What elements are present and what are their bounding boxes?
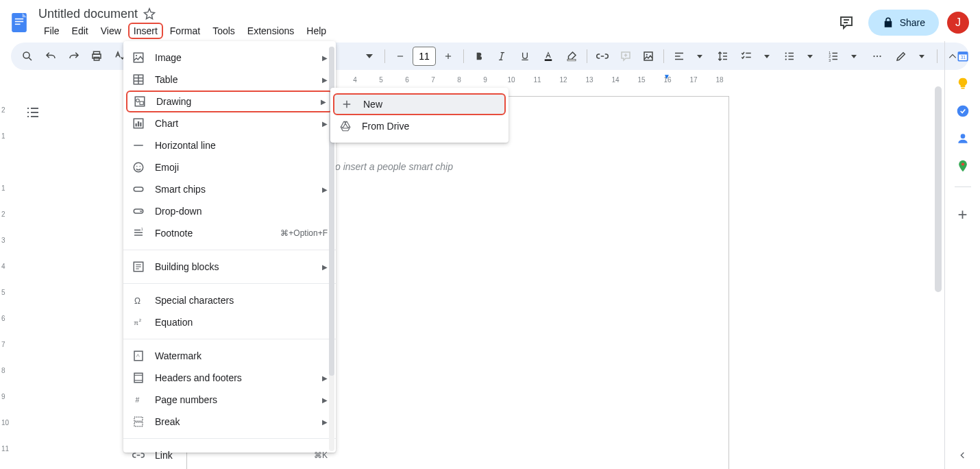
svg-point-58 <box>134 163 143 172</box>
line-spacing-icon[interactable] <box>712 45 734 67</box>
menu-item-chart[interactable]: Chart ▶ <box>123 112 336 134</box>
menu-item-pagenumbers[interactable]: # Page numbers ▶ <box>123 389 336 411</box>
menu-extensions[interactable]: Extensions <box>242 23 299 39</box>
insert-image-icon[interactable] <box>637 45 659 67</box>
hline-icon <box>132 139 145 152</box>
align-icon[interactable] <box>668 45 690 67</box>
equation-icon: π2 <box>132 315 145 329</box>
menu-item-dropdown[interactable]: Drop-down <box>123 200 336 222</box>
menu-item-equation[interactable]: π2 Equation <box>123 311 336 333</box>
undo-icon[interactable] <box>40 45 62 67</box>
menu-item-watermark[interactable]: Watermark <box>123 345 336 367</box>
italic-icon[interactable] <box>491 45 513 67</box>
contacts-icon[interactable] <box>956 132 970 145</box>
underline-icon[interactable] <box>514 45 536 67</box>
increase-font-icon[interactable] <box>437 45 459 67</box>
ruler-marker-icon[interactable]: ▼ <box>663 73 670 80</box>
share-label: Share <box>900 17 925 28</box>
menu-divider <box>123 283 336 284</box>
menu-edit[interactable]: Edit <box>66 23 94 39</box>
search-icon[interactable] <box>16 45 38 67</box>
add-addon-icon[interactable]: + <box>949 201 977 228</box>
text-color-icon[interactable] <box>537 45 559 67</box>
menu-tools[interactable]: Tools <box>207 23 241 39</box>
menu-item-link[interactable]: Link ⌘K <box>123 444 336 466</box>
docs-logo[interactable] <box>5 9 33 36</box>
lock-icon <box>882 16 894 29</box>
svg-text:1: 1 <box>141 227 143 231</box>
menu-item-drawing[interactable]: Drawing ▶ <box>126 91 333 112</box>
menu-item-hline[interactable]: Horizontal line <box>123 134 336 156</box>
avatar[interactable]: J <box>947 12 969 34</box>
svg-text:2: 2 <box>139 318 142 322</box>
bullet-list-icon[interactable] <box>779 45 800 67</box>
link-icon <box>132 448 145 462</box>
vertical-scrollbar[interactable] <box>935 86 942 457</box>
font-size-input[interactable]: 11 <box>413 47 436 66</box>
menu-label: Link <box>155 450 304 461</box>
menu-item-emoji[interactable]: Emoji <box>123 156 336 178</box>
ruler-tick: 4 <box>353 76 357 84</box>
share-button[interactable]: Share <box>868 10 939 36</box>
link-icon[interactable] <box>591 45 613 67</box>
svg-point-59 <box>136 166 138 167</box>
menu-view[interactable]: View <box>95 23 127 39</box>
menu-file[interactable]: File <box>38 23 65 39</box>
keep-icon[interactable] <box>956 77 970 91</box>
drawing-submenu: New From Drive <box>330 88 509 143</box>
more-icon[interactable] <box>866 45 888 67</box>
align-dropdown-icon[interactable] <box>689 45 711 67</box>
menu-item-footnote[interactable]: 1 Footnote ⌘+Option+F <box>123 222 336 244</box>
menu-insert[interactable]: Insert <box>128 23 163 39</box>
menu-item-break[interactable]: Break ▶ <box>123 411 336 433</box>
ruler-tick: 7 <box>1 341 5 348</box>
checklist-icon[interactable] <box>735 45 757 67</box>
ruler-tick: 8 <box>457 76 461 84</box>
editing-mode-icon[interactable] <box>891 45 913 67</box>
redo-icon[interactable] <box>63 45 85 67</box>
bullet-dropdown-icon[interactable] <box>799 45 821 67</box>
doc-title[interactable]: Untitled document <box>38 7 138 21</box>
ruler-tick: 3 <box>1 237 5 244</box>
menu-format[interactable]: Format <box>164 23 206 39</box>
submenu-item-new[interactable]: New <box>333 93 506 115</box>
numbered-dropdown-icon[interactable] <box>843 45 865 67</box>
highlight-icon[interactable] <box>561 45 583 67</box>
ruler-tick: 5 <box>1 289 5 296</box>
star-icon[interactable] <box>143 8 156 20</box>
menu-item-smartchips[interactable]: Smart chips ▶ <box>123 178 336 200</box>
svg-rect-3 <box>15 24 21 25</box>
menu-label: Drop-down <box>155 206 328 217</box>
menu-item-blocks[interactable]: Building blocks ▶ <box>123 256 336 278</box>
comment-icon[interactable] <box>615 45 637 67</box>
menu-item-special[interactable]: Ω Special characters <box>123 289 336 311</box>
checklist-dropdown-icon[interactable] <box>756 45 778 67</box>
side-divider <box>955 187 971 187</box>
decrease-font-icon[interactable] <box>389 45 411 67</box>
menu-item-image[interactable]: Image ▶ <box>123 47 336 69</box>
menu-divider <box>123 250 336 250</box>
svg-point-89 <box>961 163 964 165</box>
numbered-list-icon[interactable]: 123 <box>822 45 844 67</box>
menu-item-headers[interactable]: Headers and footers ▶ <box>123 367 336 389</box>
maps-icon[interactable] <box>956 159 970 173</box>
scrollbar-thumb[interactable] <box>935 86 942 292</box>
tasks-icon[interactable] <box>956 104 970 118</box>
expand-side-icon[interactable] <box>957 450 968 461</box>
chevron-right-icon: ▶ <box>322 54 328 62</box>
ruler-tick: 12 <box>559 76 567 84</box>
ruler-tick: 7 <box>431 76 435 84</box>
comments-icon[interactable] <box>833 9 860 36</box>
chevron-right-icon: ▶ <box>322 418 328 426</box>
ruler-tick: 11 <box>1 445 9 453</box>
font-dropdown-icon[interactable] <box>358 45 380 67</box>
svg-point-6 <box>23 52 29 58</box>
print-icon[interactable] <box>86 45 108 67</box>
submenu-item-fromdrive[interactable]: From Drive <box>330 115 509 137</box>
calendar-icon[interactable]: 31 <box>956 49 970 63</box>
menu-item-table[interactable]: Table ▶ <box>123 69 336 91</box>
menu-help[interactable]: Help <box>301 23 332 39</box>
editing-dropdown-icon[interactable] <box>911 45 933 67</box>
drive-icon <box>339 119 352 133</box>
bold-icon[interactable] <box>468 45 490 67</box>
